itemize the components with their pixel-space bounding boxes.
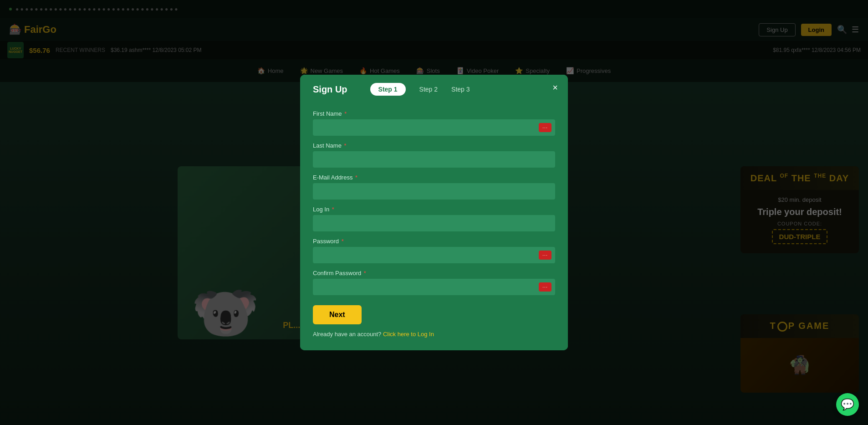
email-label: E-Mail Address * xyxy=(313,174,555,181)
modal-backdrop: × Sign Up Step 1 Step 2 Step 3 First Nam… xyxy=(0,0,868,425)
chat-icon: 💬 xyxy=(841,398,854,411)
last-name-label: Last Name * xyxy=(313,142,555,149)
login-required: * xyxy=(330,206,334,213)
confirm-password-required: * xyxy=(362,270,366,277)
email-group: E-Mail Address * xyxy=(313,174,555,200)
last-name-group: Last Name * xyxy=(313,142,555,168)
login-label: Log In * xyxy=(313,206,555,213)
email-required: * xyxy=(353,174,357,181)
password-badge: ··· xyxy=(539,251,551,260)
step-3-label: Step 3 xyxy=(451,86,470,93)
password-label: Password * xyxy=(313,238,555,245)
last-name-input-wrap xyxy=(313,151,555,168)
modal-form-body: First Name * ··· Last Name * xyxy=(300,104,568,350)
login-prompt-text: Already have an account? Click here to L… xyxy=(313,331,555,338)
signup-modal: × Sign Up Step 1 Step 2 Step 3 First Nam… xyxy=(300,75,568,350)
step-2-tab[interactable]: Step 2 xyxy=(419,86,438,93)
last-name-input[interactable] xyxy=(313,151,555,168)
confirm-password-input-wrap: ··· xyxy=(313,279,555,295)
password-group: Password * ··· xyxy=(313,238,555,263)
login-link[interactable]: Click here to Log In xyxy=(383,331,434,338)
confirm-password-label: Confirm Password * xyxy=(313,270,555,277)
modal-steps-header: Sign Up Step 1 Step 2 Step 3 xyxy=(300,75,568,104)
first-name-input[interactable] xyxy=(313,119,555,136)
first-name-label: First Name * xyxy=(313,110,555,117)
confirm-password-group: Confirm Password * ··· xyxy=(313,270,555,295)
first-name-group: First Name * ··· xyxy=(313,110,555,136)
next-button[interactable]: Next xyxy=(313,305,362,324)
step-3-tab[interactable]: Step 3 xyxy=(451,86,470,93)
first-name-required: * xyxy=(343,110,347,117)
last-name-required: * xyxy=(342,142,347,149)
email-input-wrap xyxy=(313,183,555,200)
first-name-input-wrap: ··· xyxy=(313,119,555,136)
step-1-tab[interactable]: Step 1 xyxy=(370,83,406,96)
confirm-password-input[interactable] xyxy=(313,279,555,295)
login-input-wrap xyxy=(313,215,555,231)
confirm-password-badge: ··· xyxy=(539,282,551,292)
modal-title: Sign Up xyxy=(313,84,347,95)
password-required: * xyxy=(340,238,344,245)
first-name-badge: ··· xyxy=(539,123,551,132)
step-1-label: Step 1 xyxy=(378,86,398,93)
login-input[interactable] xyxy=(313,215,555,231)
chat-bubble-button[interactable]: 💬 xyxy=(836,393,859,416)
password-input-wrap: ··· xyxy=(313,247,555,263)
step-2-label: Step 2 xyxy=(419,86,438,93)
login-group: Log In * xyxy=(313,206,555,231)
modal-close-button[interactable]: × xyxy=(549,81,562,94)
password-input[interactable] xyxy=(313,247,555,263)
email-input[interactable] xyxy=(313,183,555,200)
